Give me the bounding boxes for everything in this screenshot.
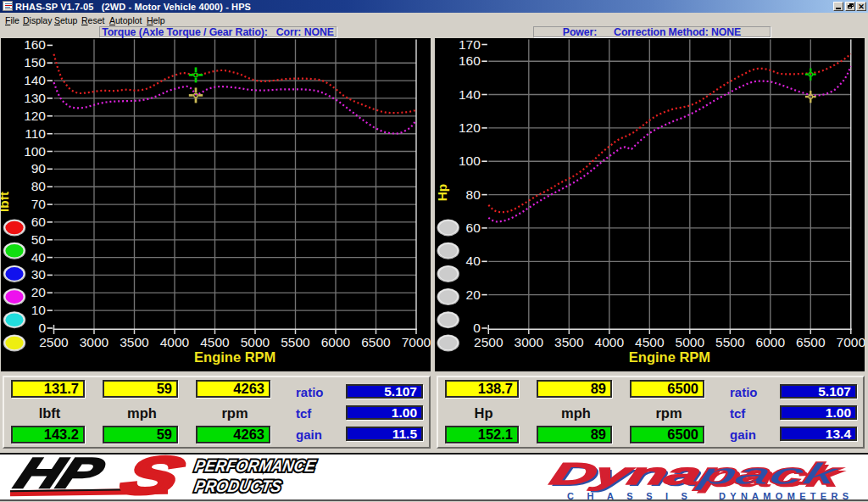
- svg-text:100: 100: [24, 144, 46, 159]
- svg-text:100: 100: [459, 153, 481, 168]
- svg-text:80: 80: [31, 179, 47, 193]
- svg-text:3500: 3500: [554, 335, 584, 349]
- svg-text:4000: 4000: [595, 335, 625, 349]
- svg-text:0: 0: [473, 321, 481, 335]
- svg-text:40: 40: [31, 250, 47, 265]
- svg-text:6000: 6000: [756, 335, 786, 349]
- svg-text:5500: 5500: [715, 335, 745, 349]
- svg-text:120: 120: [24, 109, 46, 123]
- svg-text:20: 20: [466, 287, 481, 302]
- svg-text:160: 160: [24, 38, 46, 52]
- svg-text:7000: 7000: [837, 335, 865, 349]
- svg-text:120: 120: [459, 120, 481, 135]
- svg-text:3500: 3500: [120, 335, 149, 349]
- svg-text:5000: 5000: [241, 335, 270, 349]
- svg-text:130: 130: [24, 91, 46, 105]
- svg-text:2500: 2500: [474, 335, 504, 349]
- svg-text:140: 140: [459, 87, 481, 102]
- svg-text:70: 70: [31, 197, 47, 211]
- svg-text:5000: 5000: [676, 335, 705, 349]
- svg-text:lbft: lbft: [1, 192, 11, 212]
- svg-text:3000: 3000: [515, 335, 544, 349]
- svg-text:7000: 7000: [402, 335, 431, 349]
- svg-text:Engine RPM: Engine RPM: [629, 349, 710, 365]
- svg-text:4500: 4500: [635, 335, 665, 349]
- svg-text:50: 50: [31, 232, 47, 247]
- svg-text:30: 30: [31, 267, 47, 282]
- svg-text:80: 80: [466, 187, 481, 202]
- svg-text:170: 170: [459, 38, 481, 52]
- svg-text:10: 10: [31, 303, 47, 317]
- svg-text:4000: 4000: [160, 335, 190, 349]
- svg-text:40: 40: [466, 254, 481, 268]
- svg-text:140: 140: [24, 73, 46, 87]
- svg-text:90: 90: [31, 161, 47, 176]
- svg-text:5500: 5500: [281, 335, 310, 349]
- svg-text:0: 0: [38, 321, 46, 335]
- svg-text:4500: 4500: [200, 335, 230, 349]
- svg-text:60: 60: [31, 215, 47, 229]
- svg-text:3000: 3000: [80, 335, 109, 349]
- svg-text:Engine RPM: Engine RPM: [194, 349, 275, 365]
- svg-text:2500: 2500: [39, 335, 69, 349]
- svg-text:6000: 6000: [321, 335, 351, 349]
- svg-text:20: 20: [31, 285, 47, 299]
- svg-text:6500: 6500: [361, 335, 391, 349]
- svg-text:110: 110: [25, 126, 46, 141]
- svg-text:Hp: Hp: [435, 184, 449, 202]
- svg-text:6500: 6500: [796, 335, 826, 349]
- svg-text:60: 60: [466, 220, 481, 235]
- svg-text:150: 150: [24, 55, 46, 70]
- svg-text:160: 160: [459, 53, 481, 68]
